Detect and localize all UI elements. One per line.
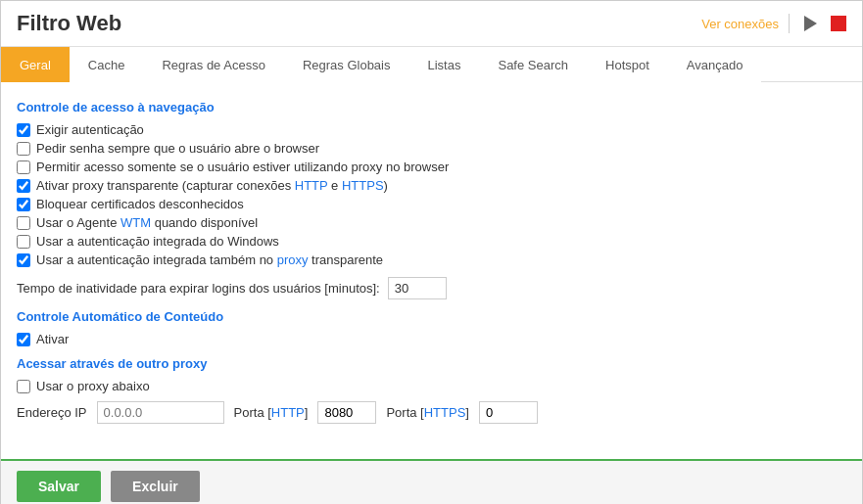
content-area: Controle de acesso à navegação Exigir au…	[1, 82, 862, 445]
other-proxy-title: Acessar através de outro proxy	[17, 356, 846, 371]
cb-exigir: Exigir autenticação	[17, 122, 846, 137]
tab-avancado[interactable]: Avançado	[668, 47, 762, 82]
cb-usar-proxy-abaixo-input[interactable]	[17, 380, 30, 393]
inactivity-input[interactable]	[388, 277, 447, 299]
access-control-title: Controle de acesso à navegação	[17, 100, 846, 115]
port-https-input[interactable]	[479, 401, 538, 424]
port-http-label: Porta [HTTP]	[234, 405, 309, 420]
play-button[interactable]	[799, 13, 821, 34]
http-port-label: HTTP	[271, 405, 305, 420]
cb-exigir-label: Exigir autenticação	[36, 122, 144, 137]
title-bar-right: Ver conexões	[701, 13, 846, 34]
tab-regras-acesso[interactable]: Regras de Acesso	[143, 47, 284, 82]
cb-pedir-senha-input[interactable]	[17, 142, 30, 156]
inactivity-label: Tempo de inatividade para expirar logins…	[17, 281, 380, 296]
proxy-fields-row: Endereço IP Porta [HTTP] Porta [HTTPS]	[17, 401, 846, 424]
cb-usar-proxy-abaixo-label: Usar o proxy abaixo	[36, 379, 150, 393]
cb-ativar-proxy: Ativar proxy transparente (capturar cone…	[17, 178, 846, 193]
stop-button[interactable]	[831, 16, 846, 31]
cb-ativar-conteudo-label: Ativar	[36, 332, 69, 346]
cb-ativar-proxy-label: Ativar proxy transparente (capturar cone…	[36, 178, 388, 193]
play-icon	[804, 16, 817, 31]
cb-exigir-input[interactable]	[17, 123, 30, 137]
cb-ativar-proxy-input[interactable]	[17, 179, 30, 193]
http-label: HTTP	[295, 178, 328, 193]
tab-regras-globais[interactable]: Regras Globais	[284, 47, 409, 82]
cb-usar-agente-label: Usar o Agente WTM quando disponível	[36, 215, 258, 230]
tab-geral[interactable]: Geral	[1, 47, 70, 82]
page-title: Filtro Web	[17, 11, 121, 36]
cb-usar-agente-input[interactable]	[17, 216, 30, 230]
wtm-label: WTM	[120, 215, 151, 230]
cb-autenticacao-proxy: Usar a autenticação integrada também no …	[17, 252, 846, 267]
auto-content-title: Controle Automático de Conteúdo	[17, 309, 846, 324]
footer-bar: Salvar Excluir	[1, 459, 862, 504]
port-http-input[interactable]	[317, 401, 376, 424]
cb-autenticacao-windows: Usar a autenticação integrada do Windows	[17, 234, 846, 249]
port-https-label: Porta [HTTPS]	[386, 405, 469, 420]
delete-button[interactable]: Excluir	[111, 471, 200, 502]
tab-cache[interactable]: Cache	[70, 47, 144, 82]
cb-autenticacao-windows-label: Usar a autenticação integrada do Windows	[36, 234, 279, 249]
cb-bloquear-label: Bloquear certificados desconhecidos	[36, 197, 244, 211]
cb-bloquear: Bloquear certificados desconhecidos	[17, 197, 846, 211]
cb-usar-agente: Usar o Agente WTM quando disponível	[17, 215, 846, 230]
cb-autenticacao-proxy-input[interactable]	[17, 253, 30, 267]
save-button[interactable]: Salvar	[17, 471, 101, 502]
tab-bar: Geral Cache Regras de Acesso Regras Glob…	[1, 47, 862, 82]
cb-autenticacao-windows-input[interactable]	[17, 235, 30, 249]
main-window: Filtro Web Ver conexões Geral Cache Regr…	[0, 0, 863, 504]
divider	[789, 14, 790, 33]
cb-permitir-acesso: Permitir acesso somente se o usuário est…	[17, 160, 846, 174]
cb-ativar-conteudo: Ativar	[17, 332, 846, 346]
cb-autenticacao-proxy-label: Usar a autenticação integrada também no …	[36, 252, 383, 267]
tab-hotspot[interactable]: Hotspot	[587, 47, 668, 82]
tab-listas[interactable]: Listas	[409, 47, 480, 82]
cb-permitir-acesso-label: Permitir acesso somente se o usuário est…	[36, 160, 449, 174]
cb-usar-proxy-abaixo: Usar o proxy abaixo	[17, 379, 846, 393]
cb-ativar-conteudo-input[interactable]	[17, 333, 30, 346]
title-bar: Filtro Web Ver conexões	[1, 1, 862, 47]
cb-bloquear-input[interactable]	[17, 198, 30, 211]
ip-label: Endereço IP	[17, 405, 87, 420]
cb-pedir-senha-label: Pedir senha sempre que o usuário abre o …	[36, 141, 319, 156]
tab-safe-search[interactable]: Safe Search	[479, 47, 587, 82]
https-label: HTTPS	[342, 178, 384, 193]
cb-pedir-senha: Pedir senha sempre que o usuário abre o …	[17, 141, 846, 156]
proxy-label: proxy	[277, 252, 309, 267]
ver-conexoes-link[interactable]: Ver conexões	[701, 17, 779, 31]
cb-permitir-acesso-input[interactable]	[17, 160, 30, 174]
https-port-label: HTTPS	[424, 405, 466, 420]
ip-input[interactable]	[97, 401, 224, 424]
inactivity-row: Tempo de inatividade para expirar logins…	[17, 277, 846, 299]
